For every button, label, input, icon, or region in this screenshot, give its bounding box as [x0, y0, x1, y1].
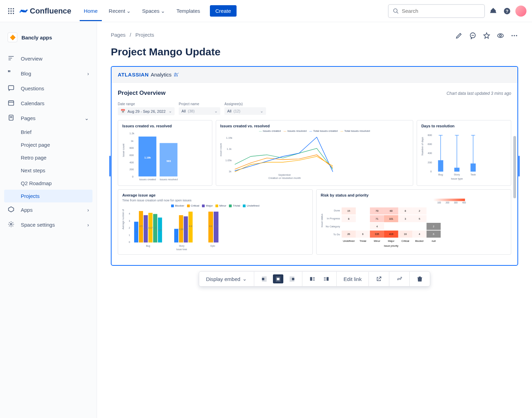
display-embed-dropdown[interactable]: Display embed ⌄: [204, 274, 249, 283]
svg-point-24: [499, 35, 502, 37]
open-link-button[interactable]: [374, 274, 384, 283]
svg-text:335: 335: [375, 233, 379, 236]
edit-link-button[interactable]: Edit link: [342, 275, 364, 283]
svg-text:100: 100: [437, 201, 441, 204]
sidebar-page-brief[interactable]: Brief: [4, 126, 92, 138]
create-button[interactable]: Create: [210, 5, 237, 17]
svg-text:Issue type: Issue type: [451, 177, 463, 180]
sidebar-pages[interactable]: Pages ⌄: [4, 111, 92, 126]
sidebar-calendars[interactable]: Calendars: [4, 96, 92, 111]
svg-text:3: 3: [405, 217, 406, 220]
topbar: Confluence Home Recent ⌄ Spaces ⌄ Templa…: [0, 0, 532, 22]
svg-text:Number of days: Number of days: [421, 137, 424, 155]
svg-text:4: 4: [154, 227, 156, 229]
sidebar-page-project-page[interactable]: Project page: [4, 138, 92, 151]
svg-rect-8: [13, 13, 14, 14]
svg-text:1.05k: 1.05k: [225, 159, 231, 162]
svg-line-10: [397, 12, 398, 13]
more-icon[interactable]: [511, 32, 518, 40]
svg-text:In Progress: In Progress: [327, 217, 340, 220]
search-box[interactable]: [388, 4, 485, 18]
svg-point-26: [514, 35, 515, 36]
svg-text:Issue count: Issue count: [122, 143, 125, 157]
nav-templates[interactable]: Templates: [172, 5, 204, 17]
nav-recent[interactable]: Recent ⌄: [105, 5, 135, 17]
space-header[interactable]: 🔶 Bancly apps: [4, 30, 92, 44]
svg-text:60: 60: [390, 209, 392, 212]
sidebar-apps[interactable]: Apps ›: [4, 202, 92, 217]
unlink-button[interactable]: [394, 274, 405, 283]
wrap-right-button[interactable]: [321, 274, 331, 283]
svg-text:Average number of days: Average number of days: [122, 209, 125, 229]
svg-text:400: 400: [462, 201, 466, 204]
svg-rect-14: [9, 85, 14, 90]
watch-icon[interactable]: [497, 32, 504, 40]
sidebar-page-q2-roadmap[interactable]: Q2 Roadmap: [4, 177, 92, 190]
space-name: Bancly apps: [21, 35, 52, 40]
svg-point-21: [10, 224, 12, 225]
sidebar-blog[interactable]: ❞ Blog ›: [4, 66, 92, 81]
filter-project[interactable]: All (38): [179, 107, 220, 115]
svg-text:Issue status: Issue status: [321, 213, 323, 227]
chevron-right-icon: ›: [87, 71, 89, 76]
sidebar-space-settings[interactable]: Space settings ›: [4, 217, 92, 232]
align-center-button[interactable]: [273, 274, 283, 283]
apps-icon: [8, 206, 15, 214]
filter-assignee[interactable]: All (12): [224, 107, 266, 115]
comment-icon[interactable]: [469, 32, 477, 40]
svg-text:1.1k: 1.1k: [227, 147, 231, 151]
sidebar-questions[interactable]: Questions: [4, 81, 92, 96]
svg-rect-158: [262, 278, 264, 280]
sidebar-page-retro-page[interactable]: Retro page: [4, 151, 92, 164]
notifications-icon[interactable]: [488, 6, 499, 17]
resize-handle-left[interactable]: [109, 156, 110, 176]
svg-text:1.2k: 1.2k: [130, 132, 134, 135]
help-icon[interactable]: ?: [502, 6, 513, 17]
search-input[interactable]: [402, 8, 480, 14]
filter-date-label: Date range: [118, 102, 175, 106]
dashboard-updated: Chart data last updated 3 mins ago: [446, 91, 511, 96]
user-avatar[interactable]: [515, 6, 526, 17]
breadcrumb-projects[interactable]: Projects: [135, 32, 154, 38]
wrap-left-button[interactable]: [307, 274, 318, 283]
analytics-embed[interactable]: ATLASSIAN Analytics Project Overview Cha…: [111, 66, 518, 266]
chart-issue-age: Average issue age Time from issue creati…: [118, 189, 313, 255]
confluence-logo[interactable]: Confluence: [19, 7, 71, 16]
star-icon[interactable]: [483, 32, 490, 40]
svg-rect-102: [433, 199, 465, 201]
calendar-icon: [8, 99, 15, 107]
svg-text:4: 4: [376, 225, 378, 228]
sidebar-overview[interactable]: Overview: [4, 51, 92, 66]
svg-text:800: 800: [130, 146, 134, 149]
svg-point-27: [516, 35, 517, 36]
nav-home[interactable]: Home: [80, 1, 102, 21]
align-left-button[interactable]: [259, 274, 269, 283]
svg-text:Task: Task: [471, 173, 476, 176]
sidebar-page-next-steps[interactable]: Next steps: [4, 164, 92, 177]
svg-text:3.86: 3.86: [143, 228, 148, 230]
resize-handle-right[interactable]: [518, 156, 520, 176]
align-right-button[interactable]: [287, 274, 297, 283]
pages-icon: [8, 114, 15, 122]
scrollbar-thumb[interactable]: [513, 136, 516, 198]
filter-date[interactable]: 📅 Aug 29 - Sep 26, 2022: [118, 107, 175, 115]
sidebar-page-projects[interactable]: Projects: [4, 190, 92, 202]
delete-button[interactable]: [415, 274, 425, 283]
svg-text:4.4: 4.4: [189, 225, 192, 227]
search-icon: [393, 8, 399, 14]
svg-rect-160: [292, 278, 294, 280]
page-content: Pages / Projects Project Mango Update AT…: [97, 22, 532, 418]
breadcrumb-pages[interactable]: Pages: [111, 32, 126, 38]
app-switcher-icon[interactable]: [6, 6, 17, 17]
nav-spaces[interactable]: Spaces ⌄: [138, 5, 169, 17]
svg-text:16: 16: [404, 233, 407, 236]
svg-text:1.15k: 1.15k: [226, 136, 232, 139]
svg-text:101: 101: [389, 217, 393, 220]
svg-text:8: 8: [348, 217, 349, 220]
svg-point-9: [393, 9, 397, 12]
svg-text:71: 71: [375, 217, 378, 220]
chart-risk-heatmap: Risk by status and priority 100200300400…: [316, 189, 511, 255]
svg-text:419: 419: [389, 233, 393, 236]
edit-icon[interactable]: [455, 32, 463, 40]
svg-text:❞: ❞: [8, 70, 11, 76]
